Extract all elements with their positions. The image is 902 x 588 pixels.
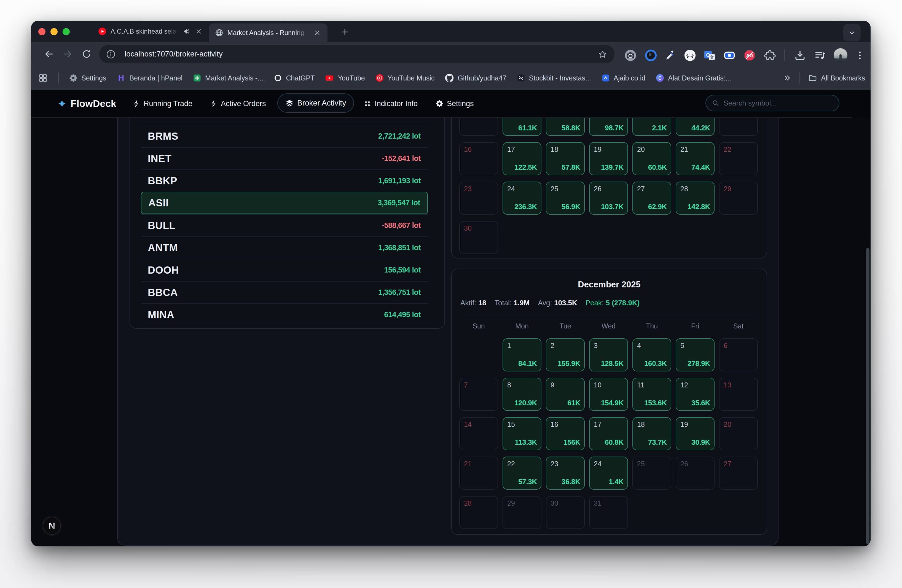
profile-avatar[interactable] bbox=[834, 48, 847, 62]
calendar-day-cell[interactable]: 1 84.1K bbox=[503, 338, 542, 371]
calendar-day-cell[interactable]: 16 bbox=[459, 142, 498, 175]
stock-row[interactable]: BULL -588,667 lot bbox=[141, 214, 428, 236]
calendar-day-cell[interactable]: 25 bbox=[633, 457, 671, 489]
calendar-day-cell[interactable]: 17 122.5K bbox=[503, 142, 542, 175]
calendar-day-cell[interactable]: 10 154.9K bbox=[589, 378, 628, 411]
page-scrollbar[interactable] bbox=[866, 248, 869, 544]
app-brand[interactable]: FlowDeck bbox=[58, 90, 116, 117]
extensions-puzzle-icon[interactable] bbox=[764, 49, 776, 62]
calendar-day-cell[interactable]: 27 bbox=[719, 457, 758, 489]
calendar-day-cell[interactable]: 7 bbox=[459, 378, 498, 411]
forward-button[interactable] bbox=[61, 48, 74, 60]
macos-minimize-button[interactable] bbox=[50, 28, 58, 35]
bookmark-chatgpt[interactable]: ChatGPT bbox=[274, 74, 315, 82]
nav-active-orders[interactable]: Active Orders bbox=[210, 90, 266, 117]
media-playlist-icon[interactable] bbox=[814, 49, 827, 62]
calendar-day-cell[interactable]: 26 bbox=[676, 457, 714, 489]
reload-button[interactable] bbox=[80, 48, 92, 60]
recorder-extension-icon[interactable] bbox=[723, 49, 736, 62]
calendar-day-cell[interactable]: 29 bbox=[719, 181, 758, 215]
downloads-icon[interactable] bbox=[794, 49, 806, 62]
browser-tab-inactive[interactable]: A.C.A.B skinhead selaman bbox=[88, 21, 209, 42]
calendar-day-cell[interactable]: 2 155.9K bbox=[546, 338, 585, 371]
bookmarks-overflow-icon[interactable] bbox=[783, 74, 791, 82]
calendar-day-cell[interactable]: 19 30.9K bbox=[676, 417, 714, 450]
adblock-extension-icon[interactable]: AD bbox=[743, 49, 756, 62]
stock-row[interactable]: ASII 3,369,547 lot bbox=[141, 192, 428, 214]
all-bookmarks-button[interactable]: All Bookmarks bbox=[808, 74, 865, 82]
calendar-day-cell[interactable]: 4 160.3K bbox=[633, 338, 671, 371]
new-tab-button[interactable] bbox=[339, 26, 351, 38]
calendar-day-cell[interactable]: 18 57.8K bbox=[546, 142, 585, 175]
address-bar[interactable]: localhost:7070/broker-activity bbox=[99, 45, 614, 63]
calendar-day-cell[interactable]: 13 bbox=[719, 378, 758, 411]
bookmark-hpanel[interactable]: H Beranda | hPanel bbox=[117, 74, 183, 82]
calendar-day-cell[interactable]: 5 278.9K bbox=[676, 338, 714, 371]
stock-row[interactable]: INET -152,641 lot bbox=[141, 147, 428, 169]
url-text[interactable]: localhost:7070/broker-activity bbox=[125, 50, 598, 58]
calendar-day-cell[interactable]: 24 236.3K bbox=[503, 181, 542, 215]
lens-extension-icon[interactable] bbox=[645, 49, 657, 62]
calendar-day-cell[interactable]: 8 120.9K bbox=[503, 378, 542, 411]
bookmark-youtube[interactable]: YouTube bbox=[325, 74, 365, 82]
calendar-day-cell[interactable]: 3 128.5K bbox=[589, 338, 628, 371]
calendar-day-cell[interactable]: 18 73.7K bbox=[633, 417, 671, 450]
translate-extension-icon[interactable]: G 文 bbox=[703, 49, 716, 62]
nav-running-trade[interactable]: Running Trade bbox=[133, 90, 193, 117]
calendar-day-cell[interactable]: 20 60.5K bbox=[633, 142, 671, 175]
bookmark-star-icon[interactable] bbox=[598, 50, 607, 59]
nav-indicator-info[interactable]: Indicator Info bbox=[364, 90, 418, 117]
screenshot-extension-icon[interactable] bbox=[624, 49, 637, 62]
calendar-day-cell[interactable]: 21 bbox=[459, 457, 498, 489]
nextjs-dev-button[interactable]: N bbox=[43, 517, 61, 535]
bookmark-stockbit[interactable]: Stockbit - Investas... bbox=[517, 74, 591, 82]
nav-settings[interactable]: Settings bbox=[435, 90, 474, 117]
calendar-day-cell[interactable]: 27 62.9K bbox=[633, 181, 671, 215]
calendar-day-cell[interactable]: 30 bbox=[546, 496, 585, 529]
tab-audio-icon[interactable] bbox=[183, 28, 191, 35]
macos-close-button[interactable] bbox=[38, 28, 45, 35]
macos-zoom-button[interactable] bbox=[63, 28, 70, 35]
calendar-day-cell[interactable]: 12 35.6K bbox=[676, 378, 714, 411]
bookmark-market-analysis[interactable]: Market Analysis -... bbox=[193, 74, 263, 82]
stock-row[interactable]: BBKP 1,691,193 lot bbox=[141, 169, 428, 192]
calendar-day-cell[interactable]: 22 57.3K bbox=[503, 457, 542, 489]
tab-search-chevron-button[interactable] bbox=[843, 24, 861, 41]
bookmark-ajaib[interactable]: Ajaib.co.id bbox=[601, 74, 645, 82]
calendar-day-cell[interactable]: 21 74.4K bbox=[676, 142, 714, 175]
calendar-day-cell[interactable]: 19 139.7K bbox=[589, 142, 628, 175]
color-picker-extension-icon[interactable] bbox=[664, 49, 677, 62]
symbol-search[interactable] bbox=[705, 95, 839, 111]
calendar-day-cell[interactable]: 16 156K bbox=[546, 417, 585, 450]
calendar-day-cell[interactable]: 31 bbox=[589, 496, 628, 529]
stock-row[interactable]: DOOH 156,594 lot bbox=[141, 259, 428, 281]
calendar-day-cell[interactable]: 23 bbox=[459, 181, 498, 215]
calendar-day-cell[interactable]: 30 bbox=[459, 221, 498, 254]
calendar-day-cell[interactable]: 22 bbox=[719, 142, 758, 175]
calendar-day-cell[interactable]: 26 103.7K bbox=[589, 181, 628, 215]
calendar-day-cell[interactable]: 28 142.8K bbox=[676, 181, 714, 215]
bookmark-github[interactable]: Github/yudha47 bbox=[445, 74, 506, 82]
stock-row[interactable]: BRMS 2,721,242 lot bbox=[141, 125, 428, 147]
calendar-day-cell[interactable]: 17 60.8K bbox=[589, 417, 628, 450]
stock-row[interactable]: BBCA 1,356,751 lot bbox=[141, 281, 428, 303]
stock-row[interactable]: ANTM 1,368,851 lot bbox=[141, 236, 428, 259]
calendar-day-cell[interactable]: 15 113.3K bbox=[503, 417, 542, 450]
browser-menu-icon[interactable] bbox=[853, 49, 866, 62]
calendar-day-cell[interactable]: 25 56.9K bbox=[546, 181, 585, 215]
braces-extension-icon[interactable]: {...} bbox=[684, 49, 696, 62]
back-button[interactable] bbox=[43, 48, 55, 60]
apps-grid-icon[interactable] bbox=[38, 73, 48, 83]
calendar-day-cell[interactable]: 20 bbox=[719, 417, 758, 450]
bookmark-design-tool[interactable]: C Alat Desain Gratis:... bbox=[656, 74, 731, 82]
nav-broker-activity-active[interactable]: Broker Activity bbox=[277, 94, 354, 113]
calendar-day-cell[interactable]: 14 bbox=[459, 417, 498, 450]
calendar-day-cell[interactable]: 9 61K bbox=[546, 378, 585, 411]
stock-row[interactable]: MINA 614,495 lot bbox=[141, 303, 428, 326]
calendar-day-cell[interactable]: 23 36.8K bbox=[546, 457, 585, 489]
tab-close-icon[interactable] bbox=[195, 27, 203, 36]
bookmark-youtube-music[interactable]: YouTube Music bbox=[376, 74, 434, 82]
tab-close-icon[interactable] bbox=[313, 29, 321, 37]
calendar-day-cell[interactable]: 6 bbox=[719, 338, 758, 371]
search-input[interactable] bbox=[723, 99, 833, 108]
